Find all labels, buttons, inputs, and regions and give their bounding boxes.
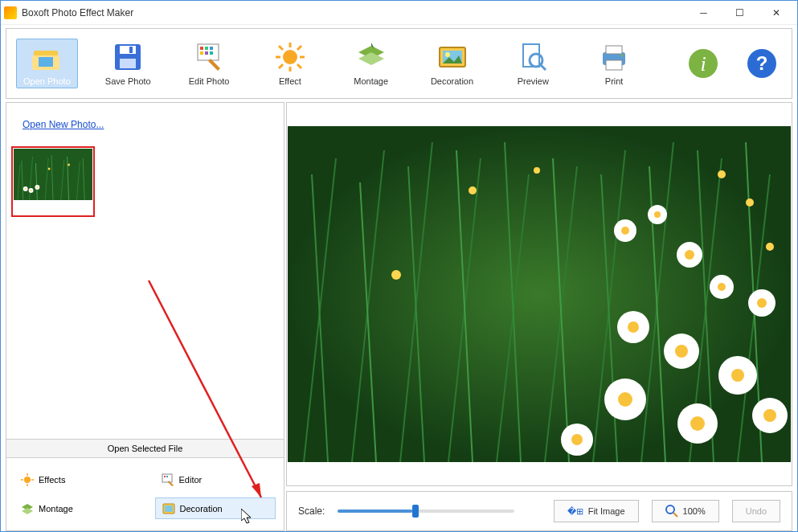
photo-preview [288,126,791,462]
svg-point-96 [654,211,661,218]
svg-point-14 [283,50,297,64]
svg-rect-12 [205,51,208,55]
svg-point-53 [36,186,38,188]
info-icon: i [687,47,719,80]
thumbnail-item[interactable] [11,146,95,217]
svg-point-90 [718,170,726,178]
save-icon [112,41,144,73]
effect-button[interactable]: Effect [259,41,321,86]
svg-point-56 [24,477,31,483]
svg-point-32 [621,55,624,57]
info-button[interactable]: i [684,47,723,80]
edit-photo-button[interactable]: Edit Photo [178,41,240,86]
main-toolbar: Open Photo Save Photo Edit Photo Effect … [6,28,792,99]
svg-point-104 [628,321,639,333]
printer-icon [598,41,630,73]
svg-line-28 [541,65,546,70]
picture-icon [436,41,469,73]
svg-rect-62 [164,476,166,477]
svg-rect-61 [162,474,172,482]
svg-point-102 [757,298,767,308]
svg-point-91 [746,198,754,207]
svg-point-114 [763,409,776,422]
minimize-button[interactable]: ─ [685,2,722,24]
svg-rect-2 [39,57,53,67]
tab-montage[interactable]: Montage [14,497,136,519]
svg-rect-11 [200,51,203,55]
magnifier-page-icon [517,41,549,73]
svg-rect-13 [210,51,213,55]
svg-rect-4 [120,46,136,54]
svg-point-88 [469,186,477,194]
close-button[interactable]: ✕ [758,2,794,24]
layers-icon [355,41,387,73]
svg-text:?: ? [756,52,768,74]
scale-slider[interactable] [338,509,514,513]
svg-point-106 [675,345,688,358]
tab-editor[interactable]: Editor [155,469,276,489]
sidebar-tabs: Effects Editor Montage Decoration [6,458,284,530]
svg-line-22 [297,46,301,50]
svg-point-49 [25,188,27,190]
svg-point-92 [766,243,774,251]
svg-rect-63 [166,476,168,477]
tab-decoration[interactable]: Decoration [155,497,276,519]
open-new-photo-link[interactable]: Open New Photo... [23,119,104,130]
svg-line-20 [297,64,301,68]
image-canvas[interactable] [286,102,792,486]
help-button[interactable]: ? [743,47,782,80]
svg-rect-8 [200,47,203,50]
save-photo-button[interactable]: Save Photo [97,41,159,86]
svg-point-55 [68,164,70,166]
montage-button[interactable]: Montage [340,41,402,86]
svg-point-112 [690,416,705,431]
tab-effects[interactable]: Effects [14,469,136,489]
svg-point-110 [618,392,632,407]
svg-point-100 [718,283,726,291]
magnifier-icon [665,505,678,518]
edit-icon [193,41,225,73]
svg-line-21 [279,64,283,68]
svg-point-25 [445,52,450,57]
svg-rect-10 [210,47,213,50]
svg-point-117 [666,505,674,514]
svg-point-87 [391,270,401,280]
svg-rect-6 [129,47,133,53]
svg-rect-31 [606,60,622,70]
svg-line-118 [673,513,677,517]
scale-label: Scale: [298,505,325,517]
sidebar: Open New Photo... Open Selected File [6,102,284,531]
picture-icon [162,502,175,515]
svg-line-19 [279,46,283,50]
thumbnail-list [6,146,284,439]
svg-point-98 [685,250,694,260]
decoration-button[interactable]: Decoration [421,41,483,86]
window-title: Boxoft Photo Effect Maker [22,7,685,18]
zoom-100-button[interactable]: 100% [652,500,719,522]
sun-icon [274,41,306,73]
titlebar: Boxoft Photo Effect Maker ─ ☐ ✕ [1,1,797,25]
maximize-button[interactable]: ☐ [722,2,758,24]
edit-icon [162,473,174,486]
svg-rect-30 [606,46,622,54]
svg-point-89 [534,167,540,174]
svg-point-94 [621,227,629,235]
preview-button[interactable]: Preview [502,41,564,86]
svg-point-54 [48,168,51,170]
app-icon [4,6,17,19]
help-icon: ? [746,47,778,80]
status-bar: Scale: �⊞Fit Image 100% Undo [286,491,792,531]
open-photo-button[interactable]: Open Photo [16,39,78,88]
sun-icon [21,473,34,486]
fit-image-button[interactable]: �⊞Fit Image [554,500,639,522]
svg-rect-9 [205,47,208,50]
svg-point-116 [571,434,583,445]
undo-button[interactable]: Undo [732,500,780,522]
layers-icon [21,502,34,515]
svg-rect-65 [165,505,173,512]
open-selected-file-button[interactable]: Open Selected File [6,439,284,458]
svg-rect-5 [120,59,136,68]
print-button[interactable]: Print [583,41,645,86]
folder-open-icon [31,41,63,73]
svg-point-108 [731,369,744,382]
